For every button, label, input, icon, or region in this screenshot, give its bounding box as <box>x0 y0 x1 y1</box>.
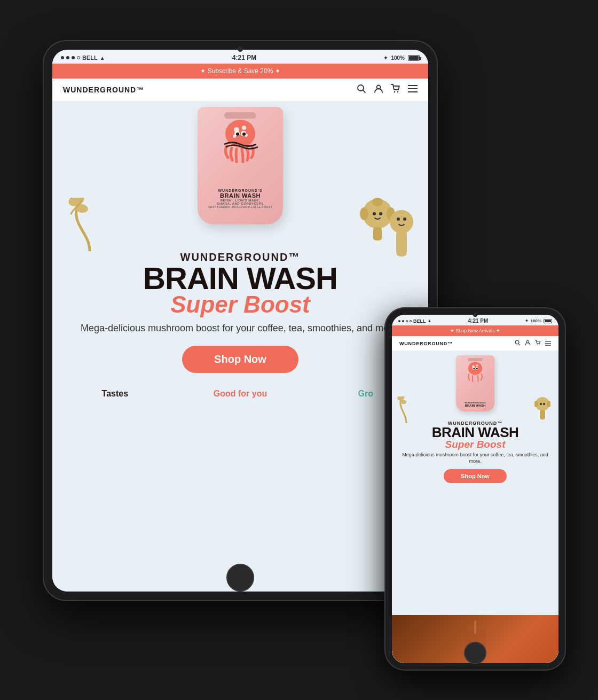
svg-point-24 <box>379 212 382 215</box>
phone-deco-left <box>397 396 416 421</box>
tablet-camera <box>238 46 243 52</box>
scene: BELL ▲ 4:21 PM ✦ 100% ✦ Subscribe & Save… <box>32 29 566 671</box>
tablet-nav-icons <box>357 84 418 96</box>
deco-hand-right <box>385 198 418 251</box>
tablet-hero-subtitle: Super Boost <box>81 293 400 316</box>
phone-nav-icons <box>515 340 551 347</box>
tablet-device: BELL ▲ 4:21 PM ✦ 100% ✦ Subscribe & Save… <box>43 40 438 601</box>
tablet-feature-row: Tastes Good for you Gro <box>52 384 428 404</box>
phone-hero-subtitle: Super Boost <box>397 439 553 449</box>
feature-tastes: Tastes <box>52 384 178 404</box>
bag-text: WUNDERGROUND'S BRAIN WASH REISHI, LION'S… <box>208 189 273 208</box>
phone-cart-icon[interactable] <box>535 340 541 347</box>
svg-point-50 <box>540 403 542 405</box>
svg-rect-25 <box>373 227 382 240</box>
status-bar-left: BELL ▲ <box>61 55 105 61</box>
phone-wifi-icon: ▲ <box>428 318 432 323</box>
phone-hero-text: WUNDERGROUND™ BRAIN WASH Super Boost Meg… <box>392 421 558 486</box>
svg-point-40 <box>468 362 482 375</box>
carrier-name: BELL <box>82 55 98 61</box>
phone-status-right: ✦ 100% <box>525 318 552 323</box>
svg-point-46 <box>476 368 478 369</box>
svg-point-34 <box>539 344 539 345</box>
phone-menu-icon[interactable] <box>545 340 551 347</box>
phone-bluetooth-icon: ✦ <box>525 318 529 323</box>
promo-text: ✦ Subscribe & Save 20% ✦ <box>200 67 280 75</box>
battery-icon <box>408 55 420 61</box>
tablet-hero-text: WUNDERGROUND™ BRAIN WASH Super Boost Meg… <box>70 251 411 378</box>
tablet-hero-title: BRAIN WASH <box>81 263 400 293</box>
deco-plant-left <box>68 198 111 246</box>
svg-point-51 <box>543 403 545 405</box>
tablet-hero-desc: Mega-delicious mushroom boost for your c… <box>81 322 400 335</box>
battery-percent: 100% <box>391 55 405 61</box>
svg-point-20 <box>360 207 368 220</box>
phone-carrier: BELL <box>413 318 426 324</box>
phone-brand-logo: WUNDERGROUND™ <box>399 341 453 346</box>
svg-point-22 <box>372 198 383 206</box>
phone-home-button[interactable] <box>464 642 486 664</box>
phone-account-icon[interactable] <box>525 340 531 347</box>
svg-point-23 <box>373 212 376 215</box>
phone-camera <box>473 313 477 317</box>
tablet-account-icon[interactable] <box>374 84 383 96</box>
svg-point-27 <box>390 210 413 234</box>
tablet-screen: BELL ▲ 4:21 PM ✦ 100% ✦ Subscribe & Save… <box>52 50 428 592</box>
phone-device: BELL ▲ 4:21 PM ✦ 100% ✦ Shop New Arrival… <box>384 307 566 671</box>
svg-point-3 <box>394 91 395 92</box>
phone-product-area: WUNDERGROUND'S BRAIN WASH <box>392 351 558 421</box>
phone-hero-title: BRAIN WASH <box>397 426 553 439</box>
phone-nav-bar: WUNDERGROUND™ <box>392 336 558 351</box>
tablet-promo-banner[interactable]: ✦ Subscribe & Save 20% ✦ <box>52 64 428 79</box>
phone-hero-section: WUNDERGROUND'S BRAIN WASH <box>392 351 558 663</box>
tablet-shop-now-button[interactable]: Shop Now <box>182 346 298 373</box>
phone-status-left: BELL ▲ <box>398 318 431 324</box>
svg-line-1 <box>363 90 366 93</box>
status-bar-right: ✦ 100% <box>383 55 420 61</box>
signal-dot-4 <box>77 56 80 59</box>
svg-rect-52 <box>540 410 545 419</box>
tablet-product-image-area: WUNDERGROUND'S BRAIN WASH REISHI, LION'S… <box>52 102 428 251</box>
svg-point-17 <box>236 133 239 136</box>
feature-good: Good for you <box>178 384 303 404</box>
signal-dot-1 <box>61 56 64 59</box>
svg-point-18 <box>242 133 246 136</box>
svg-point-45 <box>473 368 475 369</box>
svg-point-33 <box>537 344 538 345</box>
tablet-product-bag: WUNDERGROUND'S BRAIN WASH REISHI, LION'S… <box>198 107 283 224</box>
phone-promo-banner[interactable]: ✦ Shop New Arrivals ✦ <box>392 325 558 336</box>
signal-dot-3 <box>72 56 75 59</box>
tablet-time: 4:21 PM <box>232 54 256 61</box>
phone-hero-desc: Mega-delicious mushroom boost for your c… <box>397 452 553 465</box>
signal-dot-2 <box>66 56 69 59</box>
phone-battery-icon <box>544 319 552 323</box>
tablet-hero-section: WUNDERGROUND'S BRAIN WASH REISHI, LION'S… <box>52 102 428 592</box>
phone-promo-text: ✦ Shop New Arrivals ✦ <box>450 328 501 333</box>
tablet-menu-icon[interactable] <box>408 85 418 95</box>
svg-point-28 <box>397 217 400 221</box>
phone-deco-right <box>534 396 550 418</box>
tablet-nav-bar: WUNDERGROUND™ <box>52 79 428 102</box>
tablet-brand-logo: WUNDERGROUND™ <box>63 85 144 94</box>
phone-time: 4:21 PM <box>468 318 489 324</box>
svg-point-42 <box>476 364 478 367</box>
phone-search-icon[interactable] <box>515 340 521 347</box>
wifi-icon: ▲ <box>100 55 105 61</box>
tablet-search-icon[interactable] <box>357 84 366 96</box>
svg-point-12 <box>242 126 246 130</box>
svg-point-4 <box>397 91 398 92</box>
phone-shop-now-button[interactable]: Shop Now <box>444 469 507 483</box>
phone-battery-percent: 100% <box>531 318 541 323</box>
tablet-home-button[interactable] <box>226 564 254 592</box>
svg-line-31 <box>518 344 520 345</box>
phone-screen: BELL ▲ 4:21 PM ✦ 100% ✦ Shop New Arrival… <box>392 315 558 663</box>
svg-point-29 <box>403 217 406 221</box>
phone-product-bag: WUNDERGROUND'S BRAIN WASH <box>456 355 494 411</box>
tablet-cart-icon[interactable] <box>391 84 400 96</box>
svg-rect-55 <box>474 620 476 634</box>
bluetooth-icon: ✦ <box>383 55 388 61</box>
